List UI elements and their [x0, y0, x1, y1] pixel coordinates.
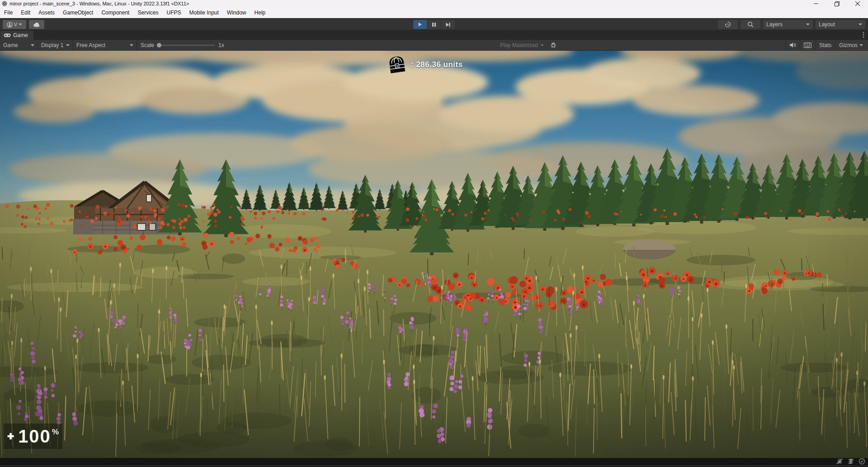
play-maximized-dropdown[interactable]: Play Maximized [500, 40, 557, 50]
undo-history-button[interactable] [718, 20, 738, 29]
close-button[interactable] [847, 0, 868, 7]
display-label: Display 1 [41, 42, 63, 48]
chest-icon [387, 54, 407, 75]
undo-history-icon [725, 21, 731, 28]
pause-button[interactable] [427, 20, 441, 29]
gizmos-label: Gizmos [839, 42, 858, 48]
kebab-menu-icon[interactable] [863, 32, 864, 40]
aspect-ratio-dropdown[interactable]: Free Aspect [73, 40, 137, 50]
play-icon [417, 22, 423, 27]
stats-button[interactable]: Stats [815, 40, 835, 50]
hud-health: 100 % [4, 424, 62, 449]
layers-label: Layers [766, 21, 783, 28]
main-toolbar: V Layers Layout [0, 18, 868, 30]
display-dropdown[interactable]: Display 1 [38, 40, 73, 50]
display-mode-dropdown[interactable]: Game [0, 40, 38, 50]
unity-logo-icon [2, 1, 7, 6]
keyboard-icon [804, 43, 811, 48]
tab-row: Game [0, 30, 868, 40]
chevron-down-icon [540, 44, 544, 46]
chevron-down-icon [66, 44, 70, 46]
tab-game[interactable]: Game [0, 31, 33, 40]
scale-slider: Scale 1x [137, 40, 228, 50]
menu-mobile-input[interactable]: Mobile Input [185, 9, 222, 17]
chevron-down-icon [19, 24, 22, 25]
chest-counter-text: : 286.36 units [411, 60, 463, 69]
menu-help[interactable]: Help [250, 9, 270, 17]
tab-game-label: Game [13, 32, 28, 38]
chevron-down-icon [859, 44, 863, 46]
chevron-down-icon [31, 44, 34, 46]
layout-dropdown[interactable]: Layout [816, 20, 865, 29]
gizmos-dropdown[interactable]: Gizmos [835, 40, 867, 50]
layout-label: Layout [819, 21, 835, 28]
menu-services[interactable]: Services [133, 9, 162, 17]
cache-server-icon[interactable] [847, 458, 854, 467]
scale-slider-track[interactable] [158, 45, 215, 46]
menu-edit[interactable]: Edit [17, 9, 34, 17]
account-icon [7, 22, 13, 28]
cloud-button[interactable] [29, 20, 44, 29]
title-bar: minor project - main_scene_3 - Windows, … [0, 0, 868, 7]
step-icon [445, 22, 451, 27]
menu-file[interactable]: File [0, 9, 17, 17]
menu-window[interactable]: Window [223, 9, 250, 17]
search-icon [747, 21, 754, 28]
keyboard-button[interactable] [800, 40, 815, 50]
menu-component[interactable]: Component [97, 9, 133, 17]
restore-button[interactable] [826, 0, 847, 7]
window-title: minor project - main_scene_3 - Windows, … [9, 1, 189, 6]
menu-gameobject[interactable]: GameObject [59, 9, 97, 17]
health-unit: % [52, 428, 59, 437]
menu-assets[interactable]: Assets [34, 9, 59, 17]
unity-editor-window: minor project - main_scene_3 - Windows, … [0, 0, 868, 467]
play-maximized-label: Play Maximized [500, 42, 538, 48]
menu-ufps[interactable]: UFPS [162, 9, 185, 17]
debug-icon[interactable] [550, 42, 557, 48]
account-version-control-button[interactable]: V [3, 20, 26, 29]
chevron-down-icon [859, 24, 862, 25]
menu-bar: File Edit Assets GameObject Component Se… [0, 7, 868, 18]
cloud-icon [33, 22, 40, 27]
scale-label: Scale [141, 42, 154, 48]
stats-label: Stats [819, 42, 831, 48]
scale-value: 1x [218, 42, 224, 48]
play-button[interactable] [413, 20, 427, 29]
mute-audio-button[interactable] [785, 40, 800, 50]
game-view-toolbar: Game Display 1 Free Aspect Scale 1x Play… [0, 40, 868, 51]
layers-dropdown[interactable]: Layers [763, 20, 813, 29]
health-value: 100 [18, 427, 51, 445]
minimize-button[interactable] [806, 0, 826, 7]
scale-slider-knob[interactable] [157, 43, 161, 48]
progress-check-icon[interactable] [859, 458, 865, 467]
display-mode-label: Game [3, 42, 18, 48]
chevron-down-icon [806, 24, 810, 25]
hud-chest-counter: : 286.36 units [387, 54, 463, 75]
status-bar [0, 458, 868, 467]
search-button[interactable] [741, 20, 760, 29]
chevron-down-icon [130, 44, 133, 46]
aspect-label: Free Aspect [76, 42, 105, 48]
vignette [0, 51, 868, 458]
version-control-label: V [14, 22, 17, 27]
pause-icon [432, 22, 436, 27]
game-viewport[interactable]: : 286.36 units 100 % [0, 51, 868, 458]
health-cross-icon [7, 430, 14, 442]
debugger-detached-icon[interactable] [836, 458, 843, 467]
gamepad-icon [4, 33, 11, 38]
speaker-icon [789, 42, 796, 48]
game-scene [0, 51, 868, 458]
step-button[interactable] [441, 20, 455, 29]
